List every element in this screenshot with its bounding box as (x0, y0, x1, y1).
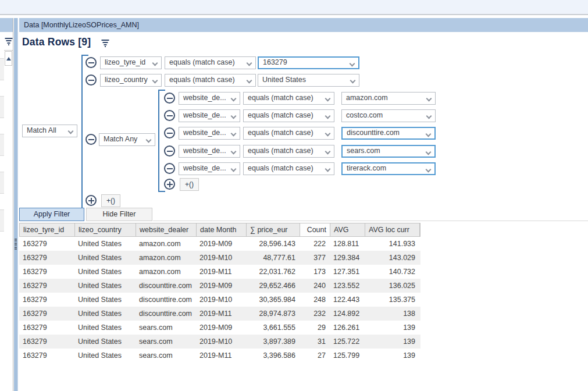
filter-group-line (81, 55, 83, 208)
table-row[interactable]: 163279United Statesdiscounttire.com2019-… (19, 293, 420, 307)
table-cell: United States (74, 349, 136, 362)
column-header[interactable]: lizeo_tyre_id (20, 223, 75, 236)
operator-dropdown[interactable]: equals (match case) (243, 162, 334, 175)
operator-dropdown[interactable]: equals (match case) (165, 56, 256, 69)
table-cell: 140.732 (365, 265, 419, 279)
table-cell: 48,777.61 (246, 251, 300, 265)
operator-dropdown[interactable]: equals (match case) (165, 74, 256, 87)
filter-value: discounttire.com (347, 129, 400, 137)
results-table: lizeo_tyre_id lizeo_country website_deal… (19, 223, 420, 362)
filter-subgroup-line (158, 90, 165, 91)
minus-circle-icon[interactable] (164, 127, 175, 138)
scroll-up-button[interactable] (5, 51, 12, 66)
field-dropdown[interactable]: website_de... (179, 109, 240, 122)
table-row[interactable]: 163279United Statesamazon.com2019-M0928,… (19, 237, 420, 251)
column-header[interactable]: AVG (330, 223, 365, 236)
table-cell: 139 (365, 349, 419, 362)
column-header[interactable]: date Month (197, 223, 247, 236)
table-row[interactable]: 163279United Statessears.com2019-M103,89… (19, 335, 420, 349)
column-header[interactable]: website_dealer (136, 223, 197, 236)
chevron-down-icon (325, 96, 331, 102)
plus-circle-icon[interactable] (164, 179, 175, 190)
panel-splitter[interactable] (13, 18, 18, 391)
value-dropdown[interactable]: discounttire.com (341, 127, 436, 140)
table-cell: 129.384 (330, 251, 365, 265)
table-cell: 28,596.143 (246, 237, 300, 251)
table-cell: 3,396.586 (246, 349, 300, 362)
filter-toggle-button[interactable] (4, 33, 13, 51)
table-row[interactable]: 163279United Statesdiscounttire.com2019-… (19, 307, 420, 321)
table-cell: 163279 (19, 237, 74, 251)
value-dropdown[interactable]: costco.com (341, 109, 436, 122)
column-header[interactable]: AVG loc curr (365, 223, 420, 236)
section-divider (153, 221, 588, 221)
field-dropdown[interactable]: website_de... (179, 127, 240, 140)
add-group-button[interactable]: +() (101, 194, 120, 207)
heading-filter-icon[interactable] (101, 39, 109, 49)
operator-dropdown[interactable]: equals (match case) (243, 145, 334, 158)
minus-circle-icon[interactable] (85, 134, 97, 145)
add-subgroup-button[interactable]: +() (180, 178, 199, 191)
table-row[interactable]: 163279United Statesamazon.com2019-M1122,… (19, 265, 420, 279)
operator-dropdown[interactable]: equals (match case) (243, 127, 334, 140)
operator-dropdown[interactable]: equals (match case) (243, 109, 334, 122)
table-row[interactable]: 163279United Statesamazon.com2019-M1048,… (19, 251, 420, 265)
value-dropdown[interactable]: 163279 (258, 56, 359, 69)
top-toolbar-strip (0, 0, 588, 15)
value-dropdown[interactable]: United States (258, 74, 359, 87)
chevron-down-icon (231, 166, 237, 172)
field-dropdown[interactable]: website_de... (179, 145, 240, 158)
table-cell: 29,652.466 (246, 279, 300, 293)
field-dropdown[interactable]: lizeo_tyre_id (100, 56, 162, 69)
chevron-down-icon (247, 78, 252, 84)
minus-circle-icon[interactable] (85, 74, 97, 86)
grip-dots-icon[interactable] (14, 237, 17, 251)
minus-circle-icon[interactable] (164, 163, 175, 174)
operator-dropdown[interactable]: equals (match case) (243, 92, 334, 105)
table-cell: 163279 (19, 293, 74, 307)
table-cell: 163279 (19, 335, 74, 349)
chevron-down-icon (426, 113, 432, 119)
table-header-row: lizeo_tyre_id lizeo_country website_deal… (19, 223, 420, 237)
table-row[interactable]: 163279United Statessears.com2019-M113,39… (19, 349, 420, 362)
table-cell: 29 (300, 321, 330, 335)
operator-value: equals (match case) (248, 164, 313, 172)
field-value: website_de... (183, 111, 226, 119)
field-dropdown[interactable]: website_de... (179, 92, 240, 105)
field-dropdown[interactable]: website_de... (179, 162, 240, 175)
chevron-down-icon (247, 61, 252, 66)
chevron-down-icon (350, 61, 355, 67)
minus-circle-icon[interactable] (85, 57, 97, 68)
table-row[interactable]: 163279United Statessears.com2019-M093,66… (19, 321, 420, 335)
chevron-down-icon (231, 149, 237, 155)
filter-subgroup-line (158, 90, 159, 192)
table-cell: 163279 (19, 251, 74, 265)
match-any-dropdown[interactable]: Match Any (99, 133, 155, 146)
apply-filter-button[interactable]: Apply Filter (19, 208, 84, 221)
value-dropdown[interactable]: amazon.com (341, 92, 436, 105)
minus-circle-icon[interactable] (164, 110, 175, 121)
chevron-down-icon (325, 149, 331, 155)
table-cell: 2019-M10 (196, 251, 246, 265)
table-cell: 22,031.762 (246, 265, 300, 279)
column-header[interactable]: Count (300, 223, 330, 236)
minus-circle-icon[interactable] (164, 145, 175, 157)
chevron-down-icon (426, 150, 432, 155)
field-dropdown[interactable]: lizeo_country (100, 74, 162, 87)
minus-circle-icon[interactable] (164, 93, 175, 104)
value-dropdown[interactable]: sears.com (341, 145, 436, 158)
table-cell: 163279 (19, 307, 74, 321)
app-window: Data [MonthlyLizeoSOPrices_AMN] Data Row… (0, 0, 588, 391)
table-cell: 232 (300, 307, 330, 321)
match-all-dropdown[interactable]: Match All (22, 125, 77, 137)
chevron-down-icon (152, 78, 158, 84)
value-dropdown[interactable]: tirerack.com (341, 162, 436, 175)
filter-value: sears.com (347, 147, 380, 155)
column-header[interactable]: ∑ price_eur (247, 223, 300, 236)
left-toolbar (4, 18, 13, 391)
table-row[interactable]: 163279United Statesdiscounttire.com2019-… (19, 279, 420, 293)
plus-circle-icon[interactable] (85, 195, 97, 206)
operator-value: equals (match case) (248, 94, 313, 102)
hide-filter-button[interactable]: Hide Filter (86, 208, 152, 221)
column-header[interactable]: lizeo_country (75, 223, 136, 236)
